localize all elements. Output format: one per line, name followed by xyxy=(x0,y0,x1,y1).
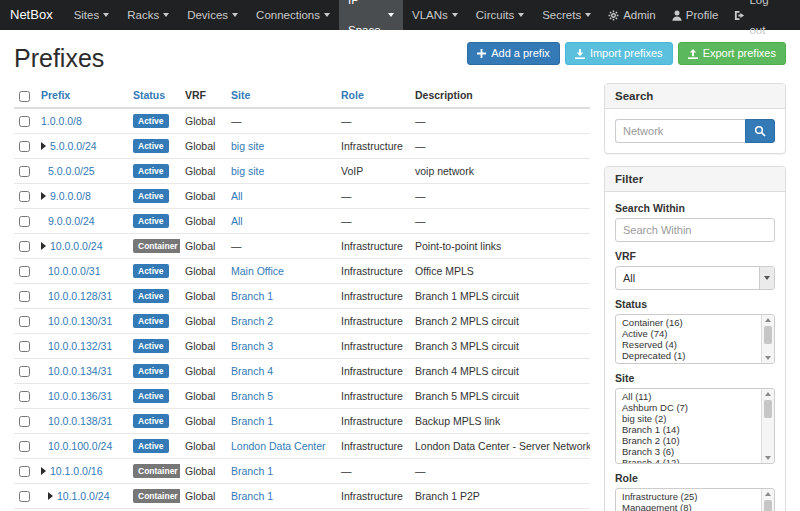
app-logo[interactable]: NetBox xyxy=(0,0,65,30)
column-header-site[interactable]: Site xyxy=(226,83,336,108)
prefix-link[interactable]: 10.0.0.130/31 xyxy=(48,315,112,327)
listbox-option[interactable]: Ashburn DC (7) xyxy=(616,402,759,413)
nav-item-racks[interactable]: Racks xyxy=(118,0,178,30)
row-checkbox[interactable] xyxy=(19,316,30,327)
row-checkbox[interactable] xyxy=(19,291,30,302)
row-checkbox[interactable] xyxy=(19,191,30,202)
listbox-option[interactable]: Deprecated (1) xyxy=(616,350,759,361)
site-link[interactable]: Branch 1 xyxy=(231,490,273,502)
prefix-link[interactable]: 9.0.0.0/8 xyxy=(50,190,91,202)
prefix-link[interactable]: 10.0.0.132/31 xyxy=(48,340,112,352)
site-link[interactable]: All xyxy=(231,190,243,202)
site-link[interactable]: Branch 1 xyxy=(231,415,273,427)
site-link[interactable]: All xyxy=(231,215,243,227)
nav-item-secrets[interactable]: Secrets xyxy=(533,0,600,30)
row-checkbox[interactable] xyxy=(19,116,30,127)
nav-item-label: Log out xyxy=(749,0,784,45)
prefix-link[interactable]: 10.0.0.138/31 xyxy=(48,415,112,427)
row-checkbox[interactable] xyxy=(19,391,30,402)
prefix-link[interactable]: 10.0.0.136/31 xyxy=(48,390,112,402)
listbox-option[interactable]: All (11) xyxy=(616,391,759,402)
listbox-option[interactable]: Management (8) xyxy=(616,502,759,511)
row-checkbox[interactable] xyxy=(19,241,30,252)
filter-listbox-site[interactable]: All (11)Ashburn DC (7)big site (2)Branch… xyxy=(615,388,775,464)
prefix-link[interactable]: 10.1.0.0/16 xyxy=(50,465,103,477)
prefix-link[interactable]: 9.0.0.0/24 xyxy=(48,215,95,227)
nav-item-sites[interactable]: Sites xyxy=(65,0,119,30)
row-checkbox[interactable] xyxy=(19,466,30,477)
status-cell: Active xyxy=(128,108,180,134)
scrollbar[interactable] xyxy=(761,315,774,363)
site-link[interactable]: Branch 2 xyxy=(231,315,273,327)
export-prefixes-button[interactable]: Export prefixes xyxy=(678,42,786,65)
row-checkbox[interactable] xyxy=(19,341,30,352)
sidebar: Search Filter Search WithinVRFAllStatusC… xyxy=(604,83,786,511)
scrollbar[interactable] xyxy=(761,389,774,463)
listbox-option[interactable]: Container (16) xyxy=(616,317,759,328)
select-all-checkbox[interactable] xyxy=(19,91,30,102)
row-checkbox[interactable] xyxy=(19,366,30,377)
nav-item-profile[interactable]: Profile xyxy=(664,0,727,30)
prefix-link[interactable]: 1.0.0.0/8 xyxy=(41,115,82,127)
row-checkbox[interactable] xyxy=(19,441,30,452)
prefix-link[interactable]: 5.0.0.0/24 xyxy=(50,140,97,152)
site-link[interactable]: big site xyxy=(231,165,264,177)
status-badge: Active xyxy=(133,289,169,303)
listbox-option[interactable]: big site (2) xyxy=(616,413,759,424)
column-header-status[interactable]: Status xyxy=(128,83,180,108)
vrf-cell: Global xyxy=(180,258,226,283)
column-header-role[interactable]: Role xyxy=(336,83,410,108)
filter-select-vrf[interactable]: All xyxy=(615,266,775,290)
nav-item-connections[interactable]: Connections xyxy=(247,0,339,30)
filter-listbox-status[interactable]: Container (16)Active (74)Reserved (4)Dep… xyxy=(615,314,775,364)
nav-item-devices[interactable]: Devices xyxy=(178,0,247,30)
prefix-link[interactable]: 10.1.0.0/24 xyxy=(57,490,110,502)
nav-item-vlans[interactable]: VLANs xyxy=(403,0,467,30)
prefix-link[interactable]: 10.0.0.0/24 xyxy=(50,240,103,252)
vrf-cell: Global xyxy=(180,458,226,483)
listbox-option[interactable]: Branch 1 (14) xyxy=(616,424,759,435)
site-link[interactable]: London Data Center xyxy=(231,440,326,452)
prefix-link[interactable]: 10.0.0.134/31 xyxy=(48,365,112,377)
filter-listbox-role[interactable]: Infrastructure (25)Management (8)Private… xyxy=(615,488,775,511)
row-checkbox[interactable] xyxy=(19,141,30,152)
listbox-option[interactable]: Branch 4 (12) xyxy=(616,457,759,464)
listbox-option[interactable]: Infrastructure (25) xyxy=(616,491,759,502)
nav-item-log-out[interactable]: Log out xyxy=(726,0,792,45)
prefix-link[interactable]: 10.0.100.0/24 xyxy=(48,440,112,452)
prefix-link[interactable]: 10.0.0.128/31 xyxy=(48,290,112,302)
search-input[interactable] xyxy=(615,119,745,143)
prefix-link[interactable]: 10.0.0.0/31 xyxy=(48,265,101,277)
site-link[interactable]: Branch 5 xyxy=(231,390,273,402)
site-link[interactable]: Main Office xyxy=(231,265,284,277)
site-link[interactable]: Branch 1 xyxy=(231,465,273,477)
site-link[interactable]: Branch 1 xyxy=(231,290,273,302)
row-checkbox[interactable] xyxy=(19,416,30,427)
role-cell: — xyxy=(336,108,410,134)
listbox-option[interactable]: Branch 3 (6) xyxy=(616,446,759,457)
listbox-option[interactable]: Branch 2 (10) xyxy=(616,435,759,446)
expand-caret-icon xyxy=(48,492,53,500)
site-link[interactable]: big site xyxy=(231,140,264,152)
add-a-prefix-button[interactable]: Add a prefix xyxy=(467,42,560,65)
row-checkbox[interactable] xyxy=(19,266,30,277)
row-checkbox[interactable] xyxy=(19,166,30,177)
description-cell: — xyxy=(410,458,590,483)
row-checkbox[interactable] xyxy=(19,491,30,502)
column-header-prefix[interactable]: Prefix xyxy=(36,83,128,108)
site-link[interactable]: Branch 4 xyxy=(231,365,273,377)
listbox-option[interactable]: Reserved (4) xyxy=(616,339,759,350)
nav-item-ip-space[interactable]: IP Space xyxy=(339,0,403,30)
filter-input-search-within[interactable] xyxy=(615,218,775,242)
row-checkbox[interactable] xyxy=(19,216,30,227)
search-button[interactable] xyxy=(745,119,775,143)
listbox-option[interactable]: Active (74) xyxy=(616,328,759,339)
import-prefixes-button[interactable]: Import prefixes xyxy=(565,42,673,65)
vrf-cell: Global xyxy=(180,408,226,433)
scrollbar[interactable] xyxy=(761,489,774,511)
site-link[interactable]: Branch 3 xyxy=(231,340,273,352)
nav-item-circuits[interactable]: Circuits xyxy=(467,0,533,30)
prefix-link[interactable]: 5.0.0.0/25 xyxy=(48,165,95,177)
site-cell: big site xyxy=(226,133,336,158)
nav-item-admin[interactable]: Admin xyxy=(600,0,664,30)
